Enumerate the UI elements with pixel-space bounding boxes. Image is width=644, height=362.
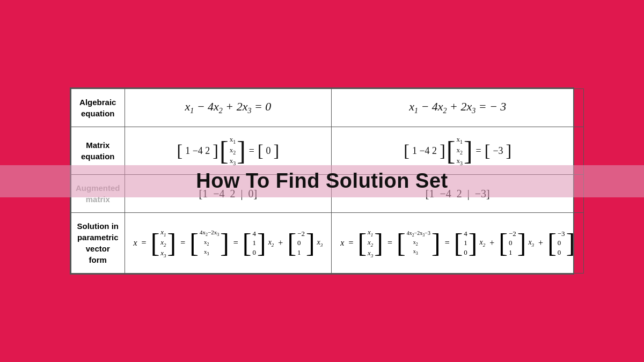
banner-overlay: How To Find Solution Set: [0, 165, 644, 197]
row-label-algebraic: Algebraicequation: [71, 88, 125, 127]
table-row: Algebraicequation x1 − 4x2 + 2x3 = 0 x1 …: [71, 88, 584, 127]
formula-algebraic-homogeneous: x1 − 4x2 + 2x3 = 0: [125, 88, 332, 127]
formula-solution-nonhomogeneous: x = [ x1 x2 x3 ] =: [332, 213, 584, 274]
row-label-solution: Solution inparametricvector form: [71, 213, 125, 274]
formula-solution-homogeneous: x = [ x1 x2 x3 ] =: [125, 213, 332, 274]
table-row: Solution inparametricvector form x = [ x…: [71, 213, 584, 274]
formula-algebraic-nonhomogeneous: x1 − 4x2 + 2x3 = − 3: [332, 88, 584, 127]
banner-text: How To Find Solution Set: [196, 169, 448, 193]
